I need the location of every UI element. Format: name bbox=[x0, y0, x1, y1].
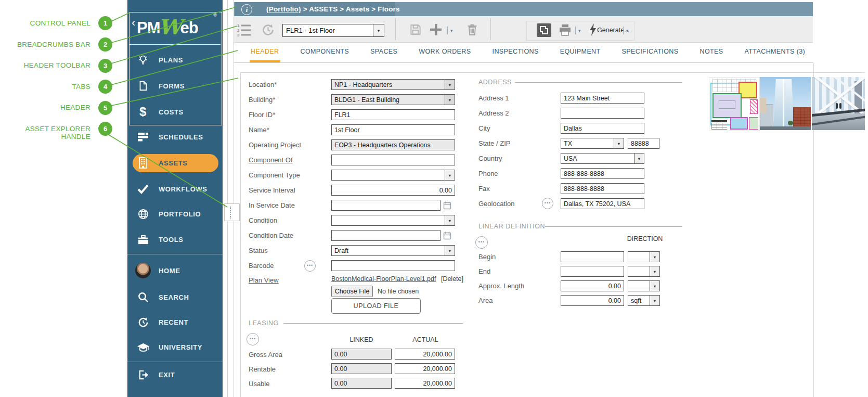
sidebar: ‹ PMWeb® PLANS FORMS $COSTS SCHEDULES AS bbox=[127, 0, 223, 397]
splitter-line bbox=[227, 0, 228, 397]
svg-text:1: 1 bbox=[237, 23, 240, 28]
tab-notes[interactable]: NOTES bbox=[698, 43, 724, 62]
location-select[interactable]: NP1 - Headquarters▾ bbox=[331, 79, 455, 90]
tab-work-orders[interactable]: WORK ORDERS bbox=[418, 43, 472, 62]
sidebar-item-tools[interactable]: TOOLS bbox=[127, 230, 223, 248]
sidebar-item-recent[interactable]: RECENT bbox=[127, 313, 223, 331]
building-photo-thumbnail[interactable] bbox=[760, 77, 811, 130]
dropdown-arrow-icon[interactable]: ▾ bbox=[614, 138, 624, 148]
begin-input[interactable] bbox=[561, 251, 624, 262]
address2-input[interactable] bbox=[561, 108, 644, 119]
layout-view-button[interactable] bbox=[537, 23, 551, 37]
end-direction-select[interactable]: ▾ bbox=[628, 266, 660, 277]
phone-input[interactable]: 888-888-8888 bbox=[561, 168, 644, 179]
numbered-list-icon[interactable]: 123 bbox=[237, 22, 251, 39]
generate-button[interactable]: Generate... bbox=[597, 27, 630, 34]
zip-input[interactable]: 88888 bbox=[628, 138, 659, 149]
city-input[interactable]: Dallas bbox=[561, 123, 644, 134]
gross-area-actual-input[interactable]: 20,000.00 bbox=[395, 349, 455, 360]
sidebar-item-home[interactable]: HOME bbox=[127, 262, 223, 279]
area-input[interactable]: 0.00 bbox=[561, 295, 624, 306]
floor-id-input[interactable]: FLR1 bbox=[331, 109, 455, 120]
tab-components[interactable]: COMPONENTS bbox=[300, 43, 351, 62]
tab-specifications[interactable]: SPECIFICATIONS bbox=[621, 43, 680, 62]
approx-length-direction-select[interactable]: ▾ bbox=[628, 280, 660, 291]
condition-date-input[interactable] bbox=[331, 230, 441, 241]
delete-file-link[interactable]: [Delete] bbox=[416, 275, 463, 283]
calendar-icon[interactable] bbox=[443, 231, 451, 242]
info-icon[interactable]: i bbox=[241, 4, 252, 15]
print-icon[interactable] bbox=[559, 24, 572, 38]
leasing-ellipsis-button[interactable]: ••• bbox=[247, 333, 259, 345]
choose-file-button[interactable]: Choose File bbox=[331, 286, 373, 297]
linear-definition-ellipsis-button[interactable]: ••• bbox=[475, 236, 488, 249]
component-of-input[interactable] bbox=[331, 155, 455, 165]
in-service-date-input[interactable] bbox=[331, 200, 441, 211]
dropdown-arrow-icon[interactable]: ▾ bbox=[650, 281, 659, 291]
state-select[interactable]: TX▾ bbox=[561, 138, 624, 149]
sidebar-item-costs[interactable]: $COSTS bbox=[127, 103, 223, 121]
condition-select[interactable]: ▾ bbox=[331, 215, 455, 226]
print-dropdown-arrow-icon[interactable]: ▾ bbox=[578, 28, 581, 33]
sidebar-item-plans[interactable]: PLANS bbox=[127, 51, 223, 69]
calendar-icon[interactable] bbox=[443, 201, 451, 212]
approx-length-input[interactable]: 0.00 bbox=[561, 280, 624, 291]
status-select[interactable]: Draft▾ bbox=[331, 245, 455, 256]
barcode-input[interactable] bbox=[331, 260, 455, 271]
sidebar-item-exit[interactable]: EXIT bbox=[127, 366, 223, 383]
dropdown-arrow-icon[interactable]: ▾ bbox=[445, 80, 455, 89]
service-interval-input[interactable]: 0.00 bbox=[331, 185, 455, 196]
floor-plan-thumbnail[interactable] bbox=[709, 77, 760, 131]
tab-equipment[interactable]: EQUIPMENT bbox=[559, 43, 602, 62]
tab-spaces[interactable]: SPACES bbox=[369, 43, 398, 62]
asset-explorer-handle[interactable] bbox=[230, 206, 231, 220]
dropdown-arrow-icon[interactable]: ▾ bbox=[634, 153, 644, 163]
dropdown-arrow-icon[interactable]: ▾ bbox=[650, 266, 659, 276]
geolocation-ellipsis-button[interactable]: ••• bbox=[542, 198, 553, 209]
dropdown-arrow-icon[interactable]: ▾ bbox=[650, 252, 659, 262]
interior-photo-thumbnail[interactable] bbox=[812, 77, 865, 130]
building-select[interactable]: BLDG1 - East Building▾ bbox=[331, 94, 455, 105]
sidebar-item-forms[interactable]: FORMS bbox=[127, 77, 223, 95]
dropdown-arrow-icon[interactable]: ▾ bbox=[650, 296, 659, 305]
begin-direction-select[interactable]: ▾ bbox=[628, 251, 660, 262]
country-select[interactable]: USA▾ bbox=[561, 153, 644, 164]
dropdown-arrow-icon[interactable]: ▾ bbox=[445, 215, 455, 225]
tab-header[interactable]: HEADER bbox=[250, 43, 280, 62]
barcode-ellipsis-button[interactable]: ••• bbox=[304, 260, 316, 272]
name-input[interactable]: 1st Floor bbox=[331, 124, 455, 135]
dropdown-arrow-icon[interactable]: ▾ bbox=[373, 24, 384, 36]
delete-icon[interactable] bbox=[466, 23, 478, 39]
address1-input[interactable]: 123 Main Street bbox=[561, 93, 644, 104]
plan-view-link[interactable]: Plan View bbox=[249, 276, 279, 284]
usable-actual-input[interactable]: 20,000.00 bbox=[395, 378, 455, 389]
sidebar-item-workflows[interactable]: WORKFLOWS bbox=[127, 180, 223, 198]
save-icon[interactable] bbox=[409, 23, 422, 39]
sidebar-item-portfolio[interactable]: PORTFOLIO bbox=[127, 205, 223, 223]
add-record-icon[interactable] bbox=[430, 23, 442, 38]
record-selector[interactable]: FLR1 - 1st Floor ▾ bbox=[282, 24, 384, 37]
component-type-select[interactable]: ▾ bbox=[331, 170, 455, 181]
tab-inspections[interactable]: INSPECTIONS bbox=[491, 43, 540, 62]
field-label: Approx. Length bbox=[478, 282, 524, 290]
rentable-actual-input[interactable]: 20,000.00 bbox=[395, 363, 455, 374]
geolocation-input[interactable]: Dallas, TX 75202, USA bbox=[561, 198, 644, 209]
dropdown-arrow-icon[interactable]: ▾ bbox=[445, 246, 455, 255]
sidebar-item-schedules[interactable]: SCHEDULES bbox=[127, 128, 223, 146]
upload-file-button[interactable]: UPLOAD FILE bbox=[331, 298, 421, 314]
sidebar-item-assets[interactable]: ASSETS bbox=[127, 154, 223, 172]
generate-dropdown-arrow-icon[interactable]: ▾ bbox=[626, 28, 629, 33]
generate-lightning-icon[interactable] bbox=[589, 23, 597, 39]
area-unit-select[interactable]: sqft▾ bbox=[628, 295, 660, 306]
add-dropdown-arrow-icon[interactable]: ▾ bbox=[450, 28, 453, 33]
end-input[interactable] bbox=[561, 266, 624, 277]
dropdown-arrow-icon[interactable]: ▾ bbox=[445, 170, 455, 180]
sidebar-item-university[interactable]: UNIVERSITY bbox=[127, 338, 223, 356]
recent-records-icon[interactable] bbox=[261, 23, 275, 39]
fax-input[interactable]: 888-888-8888 bbox=[561, 183, 644, 194]
breadcrumb-portfolio-link[interactable]: (Portfolio) bbox=[266, 5, 301, 13]
dropdown-arrow-icon[interactable]: ▾ bbox=[445, 95, 455, 105]
sidebar-item-search[interactable]: SEARCH bbox=[127, 288, 223, 306]
component-of-link[interactable]: Component Of bbox=[249, 156, 293, 164]
tab-attachments[interactable]: ATTACHMENTS (3) bbox=[744, 43, 807, 62]
